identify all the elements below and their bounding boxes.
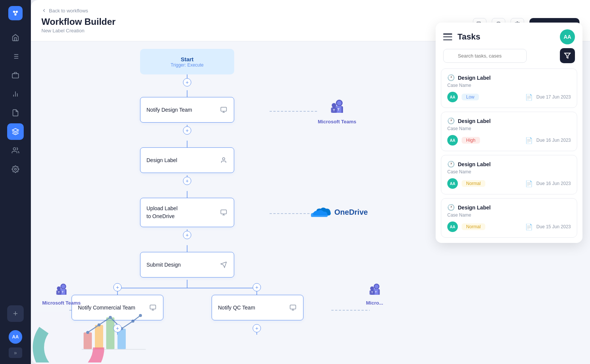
submit-design-node[interactable]: Submit Design (140, 252, 234, 278)
back-link-label: Back to workflows (49, 8, 88, 14)
task-card-4-priority: Normal (462, 223, 485, 230)
svg-rect-67 (95, 325, 103, 349)
start-node[interactable]: Start Trigger: Execute (140, 49, 234, 74)
sidebar-item-home[interactable] (7, 29, 24, 46)
header-left: Workflow Builder New Label Creation (41, 17, 116, 33)
task-card-1-priority: Low (462, 94, 479, 100)
sidebar-expand-button[interactable]: » (9, 347, 22, 358)
ms-teams-label-bottom-right: Micro... (366, 300, 383, 306)
design-label-node[interactable]: Design Label (140, 147, 234, 173)
task-card-3-case: Case Name (447, 169, 571, 174)
task-card-2-due: Due 16 Jun 2023 (537, 138, 571, 143)
submit-design-icon (220, 261, 228, 269)
plus-connector-5-right[interactable]: + (253, 283, 261, 291)
upload-onedrive-node[interactable]: Upload Labelto OneDrive (140, 198, 234, 227)
sidebar-item-chart[interactable] (7, 86, 24, 102)
svg-rect-42 (221, 210, 227, 214)
clock-icon-2: 🕐 (447, 117, 455, 124)
plus-connector-1[interactable]: + (183, 78, 191, 86)
task-card-4-avatar: AA (447, 221, 458, 232)
notify-qc-label: Notify QC Team (218, 305, 255, 311)
sidebar-item-briefcase[interactable] (7, 67, 24, 83)
task-card-2-header: 🕐 Design Label (447, 117, 571, 124)
search-input[interactable] (443, 49, 527, 63)
task-card-1-footer: AA Low 📄 Due 17 Jun 2023 (447, 92, 571, 102)
svg-point-16 (13, 148, 16, 150)
notify-qc-icon (289, 303, 297, 312)
task-card-1-header: 🕐 Design Label (447, 74, 571, 81)
submit-design-label: Submit Design (146, 262, 181, 268)
svg-point-55 (57, 287, 61, 290)
sidebar: + AA » (0, 0, 31, 364)
sidebar-item-document[interactable] (7, 105, 24, 121)
notify-commercial-icon (149, 303, 157, 312)
task-card-3-priority: Normal (462, 180, 485, 187)
sidebar-navigation (7, 29, 24, 305)
tasks-panel: Tasks AA 🕐 Design Label Case Name (436, 23, 582, 243)
ms-teams-badge-top: T T Microsoft Teams (318, 98, 356, 124)
task-card-2-case: Case Name (447, 126, 571, 131)
svg-point-46 (337, 101, 341, 105)
svg-point-48 (332, 103, 336, 108)
task-card-4-title: Design Label (458, 205, 491, 211)
ms-teams-badge-bottom-left: T T Microsoft Teams (42, 282, 81, 306)
task-card-1-avatar: AA (447, 92, 458, 102)
sidebar-item-users[interactable] (7, 142, 24, 159)
plus-connector-6-right[interactable]: + (253, 324, 261, 332)
tasks-user-avatar[interactable]: AA (560, 29, 575, 44)
main-area: Back to workflows Workflow Builder New L… (31, 0, 590, 364)
task-card-3-title: Design Label (458, 161, 491, 167)
filter-icon (564, 52, 571, 59)
doc-icon-1: 📄 (525, 94, 533, 101)
task-card-2-footer: AA High 📄 Due 16 Jun 2023 (447, 135, 571, 146)
clock-icon-4: 🕐 (447, 204, 455, 211)
plus-connector-2[interactable]: + (183, 126, 191, 135)
task-card-3-header: 🕐 Design Label (447, 161, 571, 168)
svg-point-72 (109, 316, 112, 319)
task-card-4[interactable]: 🕐 Design Label Case Name AA Normal 📄 Due… (441, 198, 577, 238)
sidebar-bottom: + AA » (7, 305, 24, 358)
sidebar-user-avatar[interactable]: AA (9, 330, 22, 344)
sidebar-add-button[interactable]: + (7, 305, 24, 322)
design-label-label: Design Label (146, 157, 177, 163)
plus-connector-6-left[interactable]: + (113, 324, 122, 332)
filter-button[interactable] (560, 48, 575, 63)
plus-connector-4[interactable]: + (183, 231, 191, 239)
notify-design-label: Notify Design Team (146, 107, 192, 113)
task-card-2[interactable]: 🕐 Design Label Case Name AA High 📄 Due 1… (441, 112, 577, 151)
hamburger-menu[interactable] (443, 33, 452, 40)
svg-rect-40 (221, 107, 227, 111)
doc-icon-3: 📄 (525, 180, 533, 187)
svg-text:T: T (62, 290, 64, 294)
tasks-header-left: Tasks (443, 32, 480, 42)
task-card-1-title: Design Label (458, 75, 491, 81)
svg-text:T: T (58, 291, 60, 294)
tasks-header: Tasks AA (436, 23, 582, 48)
sidebar-item-settings[interactable] (7, 161, 24, 177)
onedrive-label: OneDrive (334, 208, 368, 217)
back-link[interactable]: Back to workflows (41, 8, 579, 14)
notify-qc-node[interactable]: Notify QC Team (212, 295, 303, 320)
plus-connector-3[interactable]: + (183, 177, 191, 185)
doc-icon-4: 📄 (525, 223, 533, 231)
task-card-4-header: 🕐 Design Label (447, 204, 571, 211)
svg-rect-44 (290, 305, 296, 309)
svg-rect-66 (84, 332, 92, 349)
task-card-1-case: Case Name (447, 83, 571, 88)
notify-design-node[interactable]: Notify Design Team (140, 97, 234, 123)
plus-connector-5-left[interactable]: + (113, 283, 122, 291)
task-card-4-footer: AA Normal 📄 Due 15 Jun 2023 (447, 221, 571, 232)
sidebar-logo[interactable] (8, 6, 23, 20)
svg-point-53 (61, 285, 65, 288)
task-card-1[interactable]: 🕐 Design Label Case Name AA Low 📄 Due 17… (441, 68, 577, 108)
sidebar-item-workflow[interactable] (7, 123, 24, 140)
notify-design-icon (220, 106, 228, 114)
tasks-title: Tasks (457, 32, 480, 42)
svg-point-41 (223, 158, 225, 160)
task-card-4-case: Case Name (447, 212, 571, 218)
task-card-2-title: Design Label (458, 118, 491, 124)
sidebar-item-list[interactable] (7, 48, 24, 65)
task-card-3[interactable]: 🕐 Design Label Case Name AA Normal 📄 Due… (441, 155, 577, 194)
page-title: Workflow Builder (41, 17, 116, 27)
task-card-4-due: Due 15 Jun 2023 (537, 224, 571, 229)
